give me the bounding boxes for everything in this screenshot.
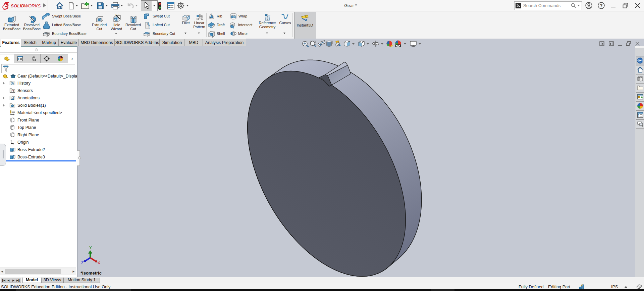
- svg-text:?: ?: [600, 3, 602, 8]
- svg-text:A: A: [11, 97, 13, 100]
- svg-text:WORKS: WORKS: [24, 3, 41, 8]
- svg-text:Z: Z: [81, 261, 84, 265]
- svg-text:Y: Y: [89, 246, 92, 250]
- svg-text:SOLID: SOLID: [11, 3, 24, 8]
- svg-text:X: X: [98, 261, 100, 265]
- svg-text:A: A: [338, 43, 341, 47]
